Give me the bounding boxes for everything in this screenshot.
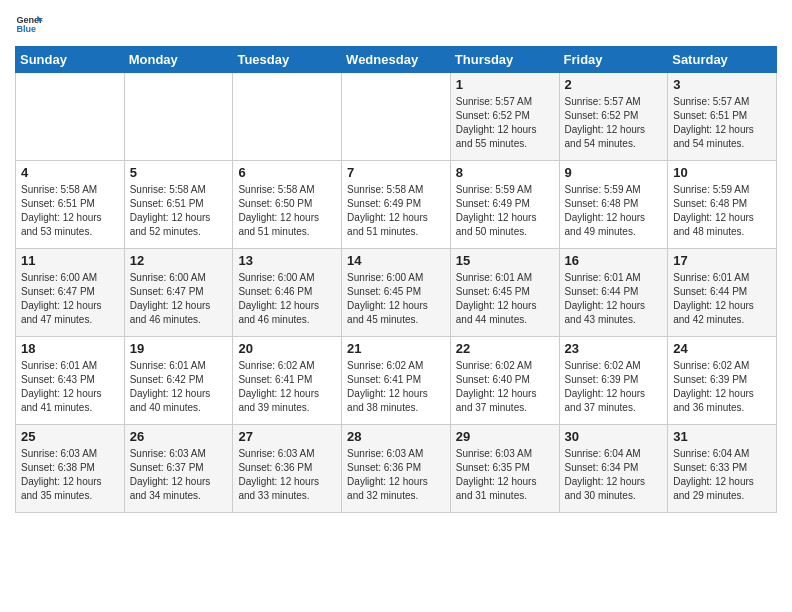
calendar-cell: 15Sunrise: 6:01 AM Sunset: 6:45 PM Dayli… xyxy=(450,249,559,337)
day-number: 3 xyxy=(673,77,771,92)
day-number: 14 xyxy=(347,253,445,268)
calendar-cell: 28Sunrise: 6:03 AM Sunset: 6:36 PM Dayli… xyxy=(342,425,451,513)
day-info: Sunrise: 6:01 AM Sunset: 6:44 PM Dayligh… xyxy=(673,271,771,327)
day-number: 8 xyxy=(456,165,554,180)
day-info: Sunrise: 6:03 AM Sunset: 6:35 PM Dayligh… xyxy=(456,447,554,503)
calendar-cell: 5Sunrise: 5:58 AM Sunset: 6:51 PM Daylig… xyxy=(124,161,233,249)
calendar-cell: 11Sunrise: 6:00 AM Sunset: 6:47 PM Dayli… xyxy=(16,249,125,337)
calendar-cell: 14Sunrise: 6:00 AM Sunset: 6:45 PM Dayli… xyxy=(342,249,451,337)
day-info: Sunrise: 6:01 AM Sunset: 6:44 PM Dayligh… xyxy=(565,271,663,327)
day-info: Sunrise: 6:03 AM Sunset: 6:37 PM Dayligh… xyxy=(130,447,228,503)
calendar-table: Sunday Monday Tuesday Wednesday Thursday… xyxy=(15,46,777,513)
day-number: 31 xyxy=(673,429,771,444)
day-number: 22 xyxy=(456,341,554,356)
calendar-cell: 18Sunrise: 6:01 AM Sunset: 6:43 PM Dayli… xyxy=(16,337,125,425)
calendar-week-row: 11Sunrise: 6:00 AM Sunset: 6:47 PM Dayli… xyxy=(16,249,777,337)
calendar-week-row: 4Sunrise: 5:58 AM Sunset: 6:51 PM Daylig… xyxy=(16,161,777,249)
calendar-week-row: 18Sunrise: 6:01 AM Sunset: 6:43 PM Dayli… xyxy=(16,337,777,425)
calendar-cell xyxy=(233,73,342,161)
day-number: 20 xyxy=(238,341,336,356)
day-info: Sunrise: 6:02 AM Sunset: 6:40 PM Dayligh… xyxy=(456,359,554,415)
day-number: 7 xyxy=(347,165,445,180)
day-info: Sunrise: 6:02 AM Sunset: 6:39 PM Dayligh… xyxy=(673,359,771,415)
day-number: 21 xyxy=(347,341,445,356)
calendar-cell: 4Sunrise: 5:58 AM Sunset: 6:51 PM Daylig… xyxy=(16,161,125,249)
day-number: 28 xyxy=(347,429,445,444)
day-info: Sunrise: 5:58 AM Sunset: 6:51 PM Dayligh… xyxy=(21,183,119,239)
day-info: Sunrise: 5:57 AM Sunset: 6:51 PM Dayligh… xyxy=(673,95,771,151)
day-number: 27 xyxy=(238,429,336,444)
calendar-cell: 1Sunrise: 5:57 AM Sunset: 6:52 PM Daylig… xyxy=(450,73,559,161)
day-number: 12 xyxy=(130,253,228,268)
day-number: 18 xyxy=(21,341,119,356)
calendar-cell: 24Sunrise: 6:02 AM Sunset: 6:39 PM Dayli… xyxy=(668,337,777,425)
day-number: 24 xyxy=(673,341,771,356)
calendar-cell: 19Sunrise: 6:01 AM Sunset: 6:42 PM Dayli… xyxy=(124,337,233,425)
calendar-cell: 16Sunrise: 6:01 AM Sunset: 6:44 PM Dayli… xyxy=(559,249,668,337)
calendar-cell: 21Sunrise: 6:02 AM Sunset: 6:41 PM Dayli… xyxy=(342,337,451,425)
calendar-header: Sunday Monday Tuesday Wednesday Thursday… xyxy=(16,47,777,73)
day-info: Sunrise: 5:57 AM Sunset: 6:52 PM Dayligh… xyxy=(565,95,663,151)
day-number: 30 xyxy=(565,429,663,444)
col-thursday: Thursday xyxy=(450,47,559,73)
calendar-week-row: 25Sunrise: 6:03 AM Sunset: 6:38 PM Dayli… xyxy=(16,425,777,513)
calendar-cell: 22Sunrise: 6:02 AM Sunset: 6:40 PM Dayli… xyxy=(450,337,559,425)
day-info: Sunrise: 6:03 AM Sunset: 6:36 PM Dayligh… xyxy=(238,447,336,503)
calendar-cell: 20Sunrise: 6:02 AM Sunset: 6:41 PM Dayli… xyxy=(233,337,342,425)
col-wednesday: Wednesday xyxy=(342,47,451,73)
day-number: 25 xyxy=(21,429,119,444)
calendar-cell: 27Sunrise: 6:03 AM Sunset: 6:36 PM Dayli… xyxy=(233,425,342,513)
day-number: 10 xyxy=(673,165,771,180)
day-info: Sunrise: 6:03 AM Sunset: 6:36 PM Dayligh… xyxy=(347,447,445,503)
day-number: 9 xyxy=(565,165,663,180)
page-header: General Blue xyxy=(15,10,777,38)
calendar-cell: 8Sunrise: 5:59 AM Sunset: 6:49 PM Daylig… xyxy=(450,161,559,249)
day-number: 11 xyxy=(21,253,119,268)
day-info: Sunrise: 5:58 AM Sunset: 6:49 PM Dayligh… xyxy=(347,183,445,239)
calendar-cell: 3Sunrise: 5:57 AM Sunset: 6:51 PM Daylig… xyxy=(668,73,777,161)
day-number: 2 xyxy=(565,77,663,92)
day-number: 29 xyxy=(456,429,554,444)
day-info: Sunrise: 6:00 AM Sunset: 6:45 PM Dayligh… xyxy=(347,271,445,327)
day-info: Sunrise: 6:00 AM Sunset: 6:46 PM Dayligh… xyxy=(238,271,336,327)
calendar-cell: 10Sunrise: 5:59 AM Sunset: 6:48 PM Dayli… xyxy=(668,161,777,249)
calendar-cell: 17Sunrise: 6:01 AM Sunset: 6:44 PM Dayli… xyxy=(668,249,777,337)
day-info: Sunrise: 6:01 AM Sunset: 6:45 PM Dayligh… xyxy=(456,271,554,327)
day-info: Sunrise: 6:01 AM Sunset: 6:43 PM Dayligh… xyxy=(21,359,119,415)
day-info: Sunrise: 5:59 AM Sunset: 6:48 PM Dayligh… xyxy=(673,183,771,239)
calendar-cell: 2Sunrise: 5:57 AM Sunset: 6:52 PM Daylig… xyxy=(559,73,668,161)
calendar-cell: 25Sunrise: 6:03 AM Sunset: 6:38 PM Dayli… xyxy=(16,425,125,513)
calendar-cell xyxy=(124,73,233,161)
day-number: 17 xyxy=(673,253,771,268)
day-info: Sunrise: 5:58 AM Sunset: 6:51 PM Dayligh… xyxy=(130,183,228,239)
day-number: 6 xyxy=(238,165,336,180)
day-info: Sunrise: 6:03 AM Sunset: 6:38 PM Dayligh… xyxy=(21,447,119,503)
col-sunday: Sunday xyxy=(16,47,125,73)
svg-text:Blue: Blue xyxy=(16,24,36,34)
day-info: Sunrise: 6:02 AM Sunset: 6:41 PM Dayligh… xyxy=(238,359,336,415)
calendar-cell: 6Sunrise: 5:58 AM Sunset: 6:50 PM Daylig… xyxy=(233,161,342,249)
calendar-cell xyxy=(16,73,125,161)
day-info: Sunrise: 5:59 AM Sunset: 6:49 PM Dayligh… xyxy=(456,183,554,239)
day-info: Sunrise: 6:00 AM Sunset: 6:47 PM Dayligh… xyxy=(130,271,228,327)
day-number: 19 xyxy=(130,341,228,356)
day-number: 13 xyxy=(238,253,336,268)
calendar-cell: 29Sunrise: 6:03 AM Sunset: 6:35 PM Dayli… xyxy=(450,425,559,513)
col-friday: Friday xyxy=(559,47,668,73)
calendar-body: 1Sunrise: 5:57 AM Sunset: 6:52 PM Daylig… xyxy=(16,73,777,513)
day-number: 23 xyxy=(565,341,663,356)
logo: General Blue xyxy=(15,10,43,38)
day-number: 5 xyxy=(130,165,228,180)
calendar-cell: 7Sunrise: 5:58 AM Sunset: 6:49 PM Daylig… xyxy=(342,161,451,249)
header-row: Sunday Monday Tuesday Wednesday Thursday… xyxy=(16,47,777,73)
calendar-cell: 9Sunrise: 5:59 AM Sunset: 6:48 PM Daylig… xyxy=(559,161,668,249)
col-tuesday: Tuesday xyxy=(233,47,342,73)
calendar-cell: 13Sunrise: 6:00 AM Sunset: 6:46 PM Dayli… xyxy=(233,249,342,337)
calendar-cell: 26Sunrise: 6:03 AM Sunset: 6:37 PM Dayli… xyxy=(124,425,233,513)
logo-icon: General Blue xyxy=(15,10,43,38)
day-number: 16 xyxy=(565,253,663,268)
day-info: Sunrise: 5:58 AM Sunset: 6:50 PM Dayligh… xyxy=(238,183,336,239)
day-info: Sunrise: 6:04 AM Sunset: 6:33 PM Dayligh… xyxy=(673,447,771,503)
calendar-week-row: 1Sunrise: 5:57 AM Sunset: 6:52 PM Daylig… xyxy=(16,73,777,161)
calendar-cell: 23Sunrise: 6:02 AM Sunset: 6:39 PM Dayli… xyxy=(559,337,668,425)
